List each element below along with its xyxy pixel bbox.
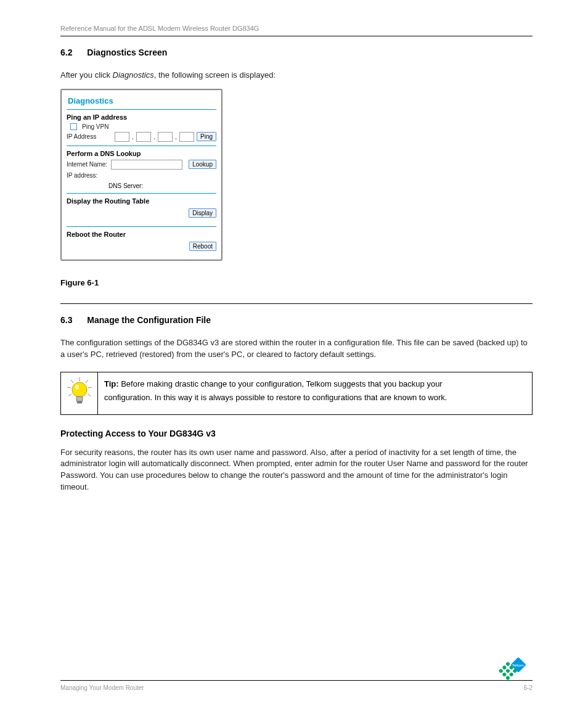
tip-box: Tip: Before making drastic change to you… xyxy=(60,372,533,415)
ip-address-label: IP Address xyxy=(67,133,112,140)
svg-point-20 xyxy=(498,668,503,673)
figure-caption: Figure 6-1 xyxy=(60,278,533,287)
tip-line1: Before making drastic change to your con… xyxy=(121,379,443,388)
section-num-row: 6.2 Diagnostics Screen xyxy=(60,47,533,57)
blue-rule-1 xyxy=(67,109,216,110)
lookup-button[interactable]: Lookup xyxy=(189,160,216,169)
blue-rule-4 xyxy=(67,226,216,227)
intro-text-part2: , the following screen is displayed: xyxy=(154,70,276,80)
ping-vpn-checkbox[interactable] xyxy=(70,123,77,130)
intro-paragraph: After you click Diagnostics, the followi… xyxy=(60,70,533,81)
dot-3: . xyxy=(175,133,177,141)
internet-name-label: Internet Name: xyxy=(67,161,108,168)
tip-line2: configuration. In this way it is always … xyxy=(104,393,447,402)
section2-num-row: 6.3 Manage the Configuration File xyxy=(60,315,533,325)
svg-point-8 xyxy=(75,385,79,390)
diagnostics-panel: Diagnostics Ping an IP address Ping VPN … xyxy=(60,89,223,261)
dns-section-label: Perform a DNS Lookup xyxy=(67,150,216,157)
routing-section-label: Display the Routing Table xyxy=(67,197,216,205)
top-rule xyxy=(60,36,533,36)
svg-point-16 xyxy=(508,672,513,677)
ip-address-row: IP Address . . . Ping xyxy=(67,132,216,142)
telkom-logo-text: Telkom xyxy=(512,663,524,667)
reboot-button[interactable]: Reboot xyxy=(189,242,216,251)
svg-point-14 xyxy=(502,665,507,670)
blue-rule-2 xyxy=(67,146,216,146)
tip-icon-cell xyxy=(61,372,98,414)
ping-vpn-row: Ping VPN xyxy=(67,123,216,130)
section2-number: 6.3 xyxy=(60,315,72,325)
svg-line-4 xyxy=(88,387,92,388)
section2-text: The configuration settings of the DG834G… xyxy=(60,337,533,361)
ip-octet-1[interactable] xyxy=(115,132,129,142)
protecting-heading: Protecting Access to Your DG834G v3 xyxy=(60,429,533,438)
svg-line-1 xyxy=(71,380,73,383)
dot-1: . xyxy=(132,133,134,141)
svg-line-5 xyxy=(68,394,71,396)
svg-point-12 xyxy=(505,662,510,667)
svg-point-15 xyxy=(505,668,510,673)
svg-point-17 xyxy=(502,672,507,677)
bottom-rule xyxy=(60,680,533,681)
tip-prefix: Tip: xyxy=(104,379,121,388)
ip-octet-3[interactable] xyxy=(158,132,173,142)
intro-em: Diagnostics xyxy=(113,70,154,80)
svg-line-2 xyxy=(86,380,88,383)
reboot-section-label: Reboot the Router xyxy=(67,231,216,238)
tip-text-cell: Tip: Before making drastic change to you… xyxy=(98,372,532,414)
svg-rect-9 xyxy=(76,396,83,401)
section2-title: Manage the Configuration File xyxy=(87,315,211,325)
footer: Managing Your Modem Router 6-2 Telkom xyxy=(60,680,533,691)
ping-vpn-label: Ping VPN xyxy=(82,123,108,130)
ip-address-result-label: IP address: xyxy=(67,172,216,179)
display-button[interactable]: Display xyxy=(189,208,216,218)
internet-name-row: Internet Name: Lookup xyxy=(67,160,216,170)
svg-rect-10 xyxy=(77,401,82,403)
section-title: Diagnostics Screen xyxy=(87,47,167,57)
section-number: 6.2 xyxy=(60,47,72,57)
ip-octet-4[interactable] xyxy=(179,132,194,142)
dns-server-label: DNS Server: xyxy=(108,183,216,189)
lightbulb-icon xyxy=(65,376,94,411)
header-left: Reference Manual for the ADSL Modem Wire… xyxy=(60,25,259,32)
diagnostics-title: Diagnostics xyxy=(67,96,216,105)
telkom-logo: Telkom xyxy=(483,648,533,697)
dot-2: . xyxy=(153,133,155,141)
ip-octet-2[interactable] xyxy=(136,132,151,142)
blue-rule-3 xyxy=(67,193,216,194)
protecting-text: For security reasons, the router has its… xyxy=(60,447,533,493)
svg-line-6 xyxy=(88,394,91,396)
svg-line-3 xyxy=(67,387,71,388)
mid-rule xyxy=(60,303,533,304)
svg-point-7 xyxy=(72,382,87,397)
footer-left: Managing Your Modem Router xyxy=(60,684,144,691)
ping-section-label: Ping an IP address xyxy=(67,113,216,121)
svg-point-18 xyxy=(505,675,510,680)
internet-name-input[interactable] xyxy=(111,160,182,170)
intro-text-part1: After you click xyxy=(60,70,113,80)
ping-button[interactable]: Ping xyxy=(197,132,216,141)
